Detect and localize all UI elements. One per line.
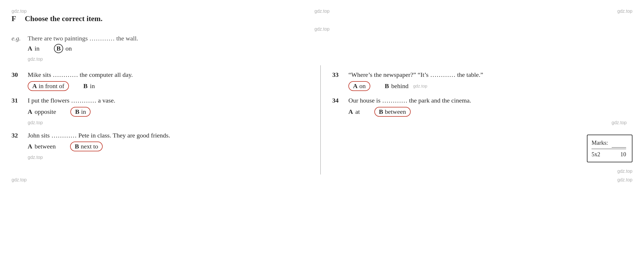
q32-text: John sits ………… Pete in class. They are g… <box>28 131 312 140</box>
eg-label: e.g. <box>12 35 25 42</box>
q32-b-text: next to <box>81 143 98 150</box>
marks-label: Marks: <box>592 140 608 146</box>
example-option-b: B on <box>54 44 72 53</box>
watermark-bottom-right: gdz.top <box>617 177 632 183</box>
q33-a-letter: A <box>353 82 358 90</box>
watermark-q32: gdz.top <box>28 155 43 160</box>
marks-blank <box>612 138 626 148</box>
watermark-example: gdz.top <box>28 57 43 62</box>
q34-text: Our house is ………… the park and the cinem… <box>348 96 632 105</box>
q32-option-b-circled: B next to <box>70 142 103 151</box>
q31-text: I put the flowers ………… a vase. <box>28 96 312 105</box>
example-text: There are two paintings ………… the wall. <box>28 35 138 42</box>
q34-number: 34 <box>332 96 344 104</box>
example-option-b-text: on <box>65 45 72 52</box>
question-31: 31 I put the flowers ………… a vase. A oppo… <box>12 96 312 126</box>
marks-multiplier: 5x2 <box>592 150 600 159</box>
q31-number: 31 <box>12 96 23 104</box>
q34-a-letter: A <box>348 108 353 116</box>
q34-option-b-circled: B between <box>374 107 411 117</box>
watermark-top-center: gdz.top <box>314 9 329 14</box>
q33-option-a: A on <box>348 81 370 91</box>
question-34: 34 Our house is ………… the park and the ci… <box>332 96 632 126</box>
watermark-header-center: gdz.top <box>314 27 329 31</box>
q30-text: Mike sits ………… the computer all day. <box>28 70 312 79</box>
q31-a-letter: A <box>28 108 32 116</box>
question-30: 30 Mike sits ………… the computer all day. … <box>12 70 312 91</box>
q33-option-b: B behind gdz.top <box>385 82 427 90</box>
q30-b-text: in <box>90 82 95 90</box>
q32-number: 32 <box>12 131 23 139</box>
watermark-bottom-left: gdz.top <box>12 177 27 183</box>
q32-b-letter: B <box>75 143 79 150</box>
q30-a-text: in front of <box>39 82 64 90</box>
q32-option-b: B next to <box>70 142 103 151</box>
q31-option-a: A opposite <box>28 108 56 116</box>
marks-box: Marks: 5x2 10 <box>332 135 632 162</box>
q33-b-letter: B <box>385 82 389 90</box>
q31-b-text: in <box>81 108 86 116</box>
q34-option-b: B between <box>374 107 411 117</box>
watermark-q31: gdz.top <box>28 120 43 125</box>
q34-a-text: at <box>355 108 360 116</box>
marks-denominator: 5x2 10 <box>592 149 626 159</box>
example-row: e.g. There are two paintings ………… the wa… <box>12 35 632 42</box>
question-33: 33 “Where’s the newspaper?” “It’s ………… t… <box>332 70 632 91</box>
q33-options: A on B behind gdz.top <box>348 81 632 91</box>
right-column: 33 “Where’s the newspaper?” “It’s ………… t… <box>321 65 632 174</box>
watermark-top-right: gdz.top <box>617 9 632 14</box>
q30-b-letter: B <box>83 82 88 90</box>
watermark-top-left: gdz.top <box>12 9 27 14</box>
example-option-b-circled: B <box>54 44 63 53</box>
q34-b-text: between <box>385 108 406 116</box>
q30-number: 30 <box>12 70 23 79</box>
q32-option-a: A between <box>28 143 56 150</box>
section-title: Choose the correct item. <box>25 14 103 23</box>
q33-b-text: behind <box>391 82 409 90</box>
marks-total: 10 <box>620 150 626 159</box>
left-column: 30 Mike sits ………… the computer all day. … <box>12 65 321 174</box>
q34-b-letter: B <box>379 108 383 116</box>
q30-a-letter: A <box>32 82 37 90</box>
q32-options: A between B next to <box>28 142 312 151</box>
section-letter: F <box>12 14 22 23</box>
q31-option-b-circled: B in <box>70 107 91 117</box>
example-option-a-letter: A <box>28 45 32 52</box>
marks-content: Marks: 5x2 10 <box>592 138 626 159</box>
example-option-a-text: in <box>35 45 40 52</box>
q31-option-b: B in <box>70 107 91 117</box>
q33-option-a-circled: A on <box>348 81 370 91</box>
q30-option-a: A in front of <box>28 81 69 91</box>
q33-number: 33 <box>332 70 344 79</box>
q34-options: A at B between <box>348 107 632 117</box>
q30-option-b: B in <box>83 82 95 90</box>
q31-a-text: opposite <box>35 108 56 116</box>
question-32: 32 John sits ………… Pete in class. They ar… <box>12 131 312 161</box>
example-option-a: A in <box>28 45 40 52</box>
q34-option-a: A at <box>348 108 360 116</box>
q33-a-text: on <box>359 82 366 90</box>
q31-options: A opposite B in <box>28 107 312 117</box>
q32-a-letter: A <box>28 143 32 150</box>
q33-text: “Where’s the newspaper?” “It’s ………… the … <box>348 70 632 79</box>
watermark-q33-b: gdz.top <box>413 83 427 88</box>
marks-label-row: Marks: <box>592 138 626 148</box>
watermark-right-bottom: gdz.top <box>617 169 632 174</box>
q31-b-letter: B <box>75 108 79 116</box>
watermark-q34: gdz.top <box>612 120 627 125</box>
q30-options: A in front of B in <box>28 81 312 91</box>
q32-a-text: between <box>35 143 56 150</box>
example-options: A in B on <box>28 44 632 53</box>
q30-option-a-circled: A in front of <box>28 81 69 91</box>
